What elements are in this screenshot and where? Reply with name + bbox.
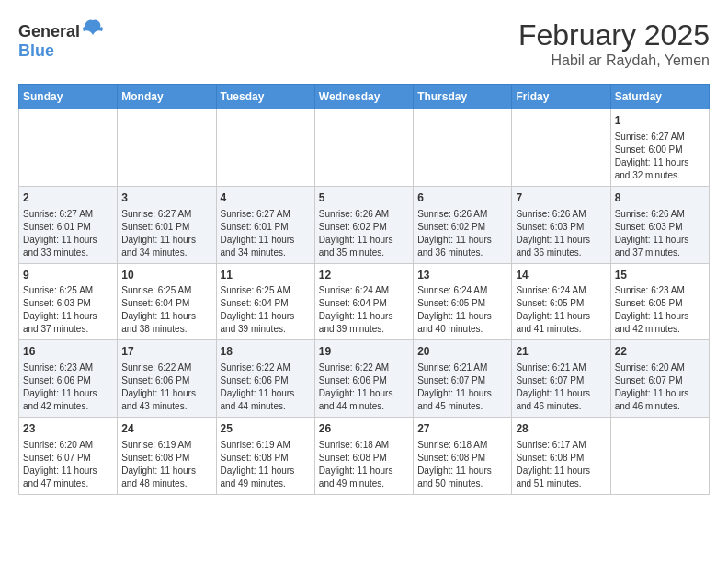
- day-info: Sunset: 6:05 PM: [516, 297, 606, 310]
- day-info: Sunrise: 6:20 AM: [23, 439, 113, 452]
- day-info: Daylight: 11 hours and 47 minutes.: [23, 465, 113, 490]
- day-info: Sunset: 6:03 PM: [516, 221, 606, 234]
- day-info: Sunset: 6:04 PM: [221, 297, 311, 310]
- header-row: Sunday Monday Tuesday Wednesday Thursday…: [19, 85, 710, 109]
- day-info: Daylight: 11 hours and 33 minutes.: [23, 234, 113, 259]
- week-row-3: 9Sunrise: 6:25 AMSunset: 6:03 PMDaylight…: [19, 263, 710, 340]
- day-info: Daylight: 11 hours and 37 minutes.: [615, 234, 705, 259]
- day-number: 28: [516, 421, 606, 437]
- week-row-2: 2Sunrise: 6:27 AMSunset: 6:01 PMDaylight…: [19, 186, 710, 263]
- day-info: Daylight: 11 hours and 46 minutes.: [516, 387, 606, 413]
- table-row: [314, 109, 413, 187]
- table-row: 27Sunrise: 6:18 AMSunset: 6:08 PMDayligh…: [414, 418, 512, 495]
- day-info: Sunset: 6:02 PM: [417, 221, 507, 234]
- day-info: Sunrise: 6:22 AM: [121, 362, 211, 374]
- day-info: Sunset: 6:03 PM: [23, 297, 113, 310]
- day-info: Sunset: 6:03 PM: [615, 221, 705, 234]
- table-row: 16Sunrise: 6:23 AMSunset: 6:06 PMDayligh…: [19, 340, 118, 418]
- day-number: 9: [23, 268, 113, 283]
- day-info: Sunset: 6:08 PM: [221, 452, 311, 465]
- day-info: Daylight: 11 hours and 40 minutes.: [417, 310, 507, 336]
- day-info: Sunset: 6:01 PM: [23, 221, 113, 234]
- table-row: 15Sunrise: 6:23 AMSunset: 6:05 PMDayligh…: [610, 263, 709, 340]
- day-info: Sunset: 6:07 PM: [417, 374, 507, 387]
- table-row: 8Sunrise: 6:26 AMSunset: 6:03 PMDaylight…: [610, 186, 709, 263]
- table-row: 20Sunrise: 6:21 AMSunset: 6:07 PMDayligh…: [414, 340, 512, 418]
- table-row: 19Sunrise: 6:22 AMSunset: 6:06 PMDayligh…: [314, 340, 413, 418]
- day-info: Daylight: 11 hours and 38 minutes.: [121, 310, 211, 336]
- table-row: 2Sunrise: 6:27 AMSunset: 6:01 PMDaylight…: [19, 186, 118, 263]
- day-info: Sunrise: 6:27 AM: [23, 208, 113, 221]
- day-info: Sunset: 6:07 PM: [516, 374, 606, 387]
- day-number: 15: [615, 268, 705, 283]
- day-number: 20: [417, 344, 507, 360]
- day-info: Sunrise: 6:21 AM: [417, 362, 507, 374]
- table-row: 5Sunrise: 6:26 AMSunset: 6:02 PMDaylight…: [314, 186, 413, 263]
- day-info: Sunrise: 6:27 AM: [121, 208, 211, 221]
- table-row: 4Sunrise: 6:27 AMSunset: 6:01 PMDaylight…: [216, 186, 314, 263]
- logo: General Blue: [18, 18, 102, 61]
- day-info: Daylight: 11 hours and 44 minutes.: [319, 387, 409, 413]
- day-number: 22: [615, 344, 705, 360]
- day-info: Daylight: 11 hours and 36 minutes.: [417, 234, 507, 259]
- day-info: Sunset: 6:07 PM: [615, 374, 705, 387]
- col-friday: Friday: [512, 85, 610, 109]
- day-number: 11: [221, 268, 311, 283]
- day-info: Sunrise: 6:20 AM: [615, 362, 705, 374]
- day-info: Sunrise: 6:26 AM: [319, 208, 409, 221]
- day-number: 6: [417, 190, 507, 206]
- table-row: 24Sunrise: 6:19 AMSunset: 6:08 PMDayligh…: [118, 418, 216, 495]
- logo-blue: Blue: [18, 41, 54, 60]
- day-info: Sunset: 6:08 PM: [121, 452, 211, 465]
- day-number: 4: [221, 190, 311, 206]
- day-number: 5: [319, 190, 409, 206]
- day-info: Sunset: 6:08 PM: [516, 452, 606, 465]
- day-info: Sunrise: 6:18 AM: [319, 439, 409, 452]
- day-info: Sunrise: 6:27 AM: [221, 208, 311, 221]
- day-info: Sunset: 6:05 PM: [615, 297, 705, 310]
- day-number: 14: [516, 268, 606, 283]
- day-number: 12: [319, 268, 409, 283]
- day-number: 7: [516, 190, 606, 206]
- calendar-title: February 2025: [518, 18, 710, 52]
- day-info: Sunset: 6:06 PM: [319, 374, 409, 387]
- day-number: 3: [121, 190, 211, 206]
- day-info: Daylight: 11 hours and 35 minutes.: [319, 234, 409, 259]
- table-row: [512, 109, 610, 187]
- table-row: 10Sunrise: 6:25 AMSunset: 6:04 PMDayligh…: [118, 263, 216, 340]
- day-number: 13: [417, 268, 507, 283]
- day-info: Sunrise: 6:22 AM: [221, 362, 311, 374]
- logo-general: General: [18, 22, 80, 40]
- col-monday: Monday: [118, 85, 216, 109]
- day-info: Daylight: 11 hours and 34 minutes.: [121, 234, 211, 259]
- table-row: [414, 109, 512, 187]
- day-number: 18: [221, 344, 311, 360]
- table-row: 11Sunrise: 6:25 AMSunset: 6:04 PMDayligh…: [216, 263, 314, 340]
- table-row: 9Sunrise: 6:25 AMSunset: 6:03 PMDaylight…: [19, 263, 118, 340]
- table-row: 21Sunrise: 6:21 AMSunset: 6:07 PMDayligh…: [512, 340, 610, 418]
- day-number: 8: [615, 190, 705, 206]
- day-info: Daylight: 11 hours and 48 minutes.: [121, 465, 211, 490]
- week-row-4: 16Sunrise: 6:23 AMSunset: 6:06 PMDayligh…: [19, 340, 710, 418]
- day-number: 23: [23, 421, 113, 437]
- table-row: [216, 109, 314, 187]
- day-info: Daylight: 11 hours and 34 minutes.: [221, 234, 311, 259]
- day-info: Daylight: 11 hours and 46 minutes.: [615, 387, 705, 413]
- table-row: 18Sunrise: 6:22 AMSunset: 6:06 PMDayligh…: [216, 340, 314, 418]
- calendar-subtitle: Habil ar Raydah, Yemen: [518, 52, 710, 69]
- day-number: 2: [23, 190, 113, 206]
- day-info: Sunset: 6:06 PM: [221, 374, 311, 387]
- day-info: Sunset: 6:06 PM: [121, 374, 211, 387]
- day-info: Sunset: 6:04 PM: [319, 297, 409, 310]
- day-number: 27: [417, 421, 507, 437]
- day-info: Sunrise: 6:21 AM: [516, 362, 606, 374]
- day-info: Sunset: 6:05 PM: [417, 297, 507, 310]
- table-row: 1Sunrise: 6:27 AMSunset: 6:00 PMDaylight…: [610, 109, 709, 187]
- day-info: Daylight: 11 hours and 51 minutes.: [516, 465, 606, 490]
- title-section: February 2025 Habil ar Raydah, Yemen: [518, 18, 710, 69]
- col-sunday: Sunday: [19, 85, 118, 109]
- day-info: Sunrise: 6:25 AM: [23, 284, 113, 297]
- day-info: Daylight: 11 hours and 45 minutes.: [417, 387, 507, 413]
- day-info: Sunrise: 6:23 AM: [615, 284, 705, 297]
- day-info: Sunset: 6:01 PM: [221, 221, 311, 234]
